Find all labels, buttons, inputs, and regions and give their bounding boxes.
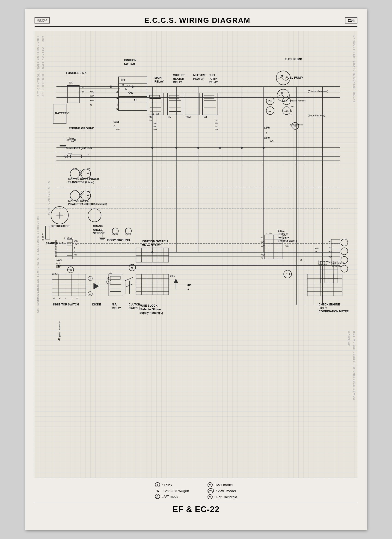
svg-text:W/B: W/B [154, 128, 157, 131]
svg-text:213M: 213M [52, 273, 58, 275]
svg-text:47M: 47M [73, 167, 77, 170]
svg-text:M: M [281, 92, 283, 95]
svg-point-111 [88, 209, 101, 222]
svg-text:14C: 14C [284, 100, 288, 102]
crank-angle-label: CRANKANGLESENSOR [93, 225, 105, 235]
svg-rect-29 [169, 95, 179, 98]
svg-text:C: C [59, 262, 60, 265]
fuel-pump-relay-label: FUELPUMPRELAY [209, 73, 218, 84]
svg-rect-208 [110, 276, 120, 279]
svg-text:W/R: W/R [261, 241, 265, 243]
page: VG30i E.C.C.S. WIRING DIAGRAM Z24i A/T C… [25, 9, 367, 530]
svg-text:W: W [315, 250, 317, 253]
engine-harness-label: (Engine harness) [58, 321, 61, 341]
legend-van-text: : Van and Wagon [163, 489, 189, 493]
engine-ground-label: ENGINE GROUND [69, 127, 94, 130]
ign-coil-exhaust-label: IGNITION COIL &POWER TRANSISTOR (Exhaust… [68, 199, 107, 206]
legend-truck-symbol: T [155, 482, 160, 487]
legend-mt-symbol: M [208, 482, 213, 487]
distributor-label: DISTRIBUTOR [51, 225, 70, 228]
diagram-area: A/T CONTROL UNIT A/T CONTROL UNIT DISTRI… [35, 31, 358, 478]
svg-text:W/L: W/L [90, 90, 94, 93]
svg-text:79M: 79M [72, 139, 76, 141]
legend-truck-text: : Truck [162, 483, 172, 487]
svg-text:51E: 51E [68, 236, 73, 239]
svg-text:W: W [87, 194, 89, 196]
smj-label: S.M.J.[Refer tolast page(Foldout page).] [278, 229, 297, 242]
svg-text:W: W [261, 257, 263, 259]
svg-text:A: A [89, 293, 91, 295]
legend-item-van: W : Van and Wagon [155, 488, 189, 493]
svg-text:R: R [59, 297, 60, 300]
legend-area: T : Truck W : Van and Wagon A : A/T mode… [35, 482, 358, 499]
svg-text:B/W: B/W [87, 190, 91, 193]
chassis-harness-label: (Chassis harness) [308, 90, 328, 93]
svg-text:B/R: B/R [214, 122, 218, 125]
svg-text:W: W [87, 172, 89, 174]
svg-text:W: W [261, 236, 263, 239]
svg-text:W/L: W/L [270, 140, 274, 142]
svg-text:W/L: W/L [214, 119, 218, 121]
svg-text:210M: 210M [266, 232, 272, 235]
fusible-link-label: FUSIBLE LINK [66, 71, 87, 75]
svg-text:232M: 232M [112, 233, 118, 235]
diagram-title: E.C.C.S. WIRING DIAGRAM [50, 16, 345, 25]
svg-text:R: R [42, 236, 44, 238]
svg-text:-: - [54, 118, 55, 121]
legend-item-at: A : A/T model [155, 494, 189, 499]
svg-line-220 [125, 284, 133, 287]
svg-text:N: N [65, 297, 66, 300]
legend-item-2wd: 2WD : 2WD model [208, 488, 237, 493]
svg-text:B/P: B/P [68, 137, 71, 140]
right-page-label: Z24i [345, 17, 358, 24]
svg-text:B/R: B/R [58, 265, 61, 267]
svg-text:74M: 74M [64, 236, 68, 239]
svg-text:B/P: B/P [116, 128, 120, 131]
fuse-block-label: FUSE BLOCK(Refer to "PowerSupply Routing… [140, 304, 163, 315]
header: VG30i E.C.C.S. WIRING DIAGRAM Z24i [35, 16, 358, 27]
svg-rect-38 [204, 95, 214, 98]
svg-text:G: G [74, 247, 75, 249]
svg-text:4M: 4M [109, 272, 112, 274]
svg-text:W: W [87, 153, 89, 156]
legend-2wd-symbol: 2WD [208, 488, 214, 493]
svg-text:W/B: W/B [90, 99, 94, 102]
svg-text:33M: 33M [186, 116, 190, 119]
legend-col-left: T : Truck W : Van and Wagon A : A/T mode… [155, 482, 189, 499]
svg-text:OFF: OFF [121, 79, 126, 81]
legend-at-symbol: A [155, 494, 160, 499]
body-ground-label: BODY GROUND [107, 238, 130, 242]
svg-text:L/B: L/B [106, 277, 110, 279]
svg-text:B/P: B/P [67, 139, 71, 142]
bg-label-distributor: DISTRIBUTOR [36, 215, 39, 238]
svg-text:7M: 7M [168, 116, 171, 119]
svg-text:W/b: W/b [286, 245, 289, 247]
svg-text:(Body harness): (Body harness) [289, 123, 304, 126]
svg-marker-199 [93, 283, 99, 289]
ign-coil-intake-label: IGNITION COIL & POWERTRANSISTOR (Intake) [68, 177, 99, 184]
svg-point-265 [132, 86, 134, 88]
footer: EF & EC-22 [35, 502, 358, 514]
svg-rect-35 [185, 93, 199, 115]
svg-text:W/L: W/L [154, 125, 157, 128]
svg-text:6M: 6M [149, 116, 152, 119]
svg-point-14 [122, 84, 124, 86]
np-relay-label: N.P.RELAY [112, 303, 121, 310]
svg-text:202M: 202M [126, 233, 131, 235]
svg-text:1: 1 [116, 84, 118, 87]
main-relay-label: MAINRELAY [155, 76, 164, 83]
legend-california-symbol: V [208, 494, 213, 499]
svg-text:M: M [281, 74, 283, 77]
svg-text:4: 4 [116, 104, 118, 106]
diode-label: DIODE [92, 303, 101, 307]
svg-text:280M: 280M [264, 137, 270, 140]
legend-item-mt: M : M/T model [208, 482, 237, 487]
svg-text:W/B: W/B [261, 245, 265, 247]
svg-text:A: A [74, 250, 75, 253]
bg-label-20teroo: 20TEROO [347, 331, 350, 346]
svg-text:P: P [53, 297, 55, 300]
svg-text:A: A [108, 281, 110, 283]
mixture-heater-relay-label: MIXTUREHEATERRELAY [173, 73, 185, 84]
svg-text:D2: D2 [70, 297, 73, 300]
svg-text:5M: 5M [203, 116, 207, 119]
